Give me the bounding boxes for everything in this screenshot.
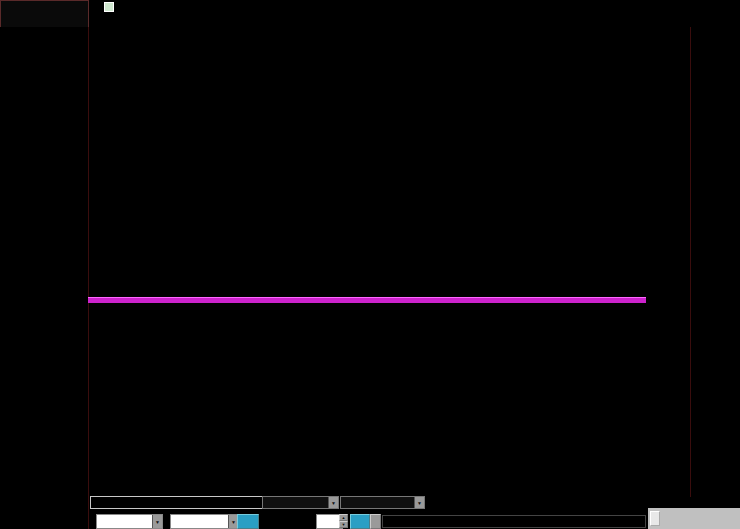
quote-header [92,0,126,13]
stepper-down-icon[interactable]: ▼ [339,521,348,528]
indicator-readout [0,27,88,28]
chevron-down-icon[interactable]: ▼ [152,515,162,528]
chevron-down-icon[interactable]: ▼ [328,497,338,508]
calendar-icon [104,2,114,12]
trading-app-window: ▼ ▼ ▼ ▼ ▲ ▼ [0,0,740,529]
date-from-input[interactable]: ▼ [96,514,163,529]
volume-view-dropdown[interactable]: ▼ [340,496,425,509]
scroll-left-button[interactable] [370,514,381,529]
go-button-2[interactable] [350,514,370,529]
scroll-right-button[interactable] [650,511,660,526]
chevron-down-icon[interactable]: ▼ [414,497,424,508]
price-axis [690,27,740,497]
keep-space-stepper[interactable]: ▲ ▼ [339,514,348,527]
sidebar [0,27,89,529]
bottom-icon-toolbar [648,508,740,529]
current-date-box [0,0,89,28]
go-button[interactable] [237,514,259,529]
command-input[interactable] [382,515,646,528]
profit-dropdown[interactable]: ▼ [262,496,339,509]
trend-band-indicator [88,297,646,303]
strategy-tab[interactable] [90,496,264,509]
stepper-up-icon[interactable]: ▲ [339,514,348,521]
date-to-input[interactable]: ▼ [170,514,239,529]
